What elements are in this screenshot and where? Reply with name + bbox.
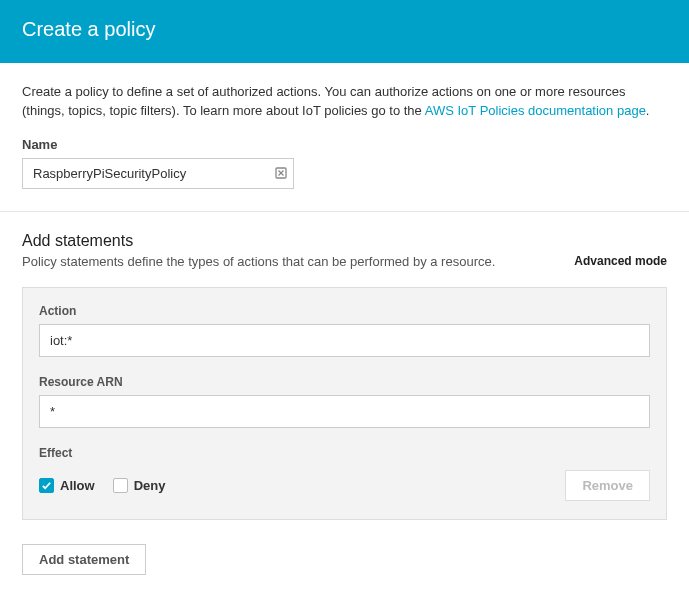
docs-link[interactable]: AWS IoT Policies documentation page: [425, 103, 646, 118]
intro-text: Create a policy to define a set of autho…: [22, 83, 667, 121]
intro-after: .: [646, 103, 650, 118]
statements-heading: Add statements: [22, 232, 133, 250]
checkbox-icon: [39, 478, 54, 493]
checkbox-icon: [113, 478, 128, 493]
add-statement-button[interactable]: Add statement: [22, 544, 146, 575]
section-head: Add statements: [22, 232, 667, 250]
action-input[interactable]: [39, 324, 650, 357]
effect-label: Effect: [39, 446, 650, 460]
deny-checkbox[interactable]: Deny: [113, 478, 166, 493]
allow-label: Allow: [60, 478, 95, 493]
advanced-mode-link[interactable]: Advanced mode: [574, 254, 667, 268]
name-input[interactable]: [22, 158, 294, 189]
effect-row: Allow Deny Remove: [39, 470, 650, 501]
statements-section: Add statements Policy statements define …: [22, 212, 667, 575]
resource-label: Resource ARN: [39, 375, 650, 389]
allow-checkbox[interactable]: Allow: [39, 478, 95, 493]
name-label: Name: [22, 137, 667, 152]
main-content: Create a policy to define a set of autho…: [0, 63, 689, 585]
clear-icon[interactable]: [275, 167, 287, 179]
action-label: Action: [39, 304, 650, 318]
deny-label: Deny: [134, 478, 166, 493]
statement-box: Action Resource ARN Effect Allow: [22, 287, 667, 520]
effect-block: Effect Allow Deny: [39, 446, 650, 501]
name-input-wrap: [22, 158, 294, 189]
statements-description: Policy statements define the types of ac…: [22, 254, 495, 269]
effect-checks: Allow Deny: [39, 478, 165, 493]
remove-button[interactable]: Remove: [565, 470, 650, 501]
resource-input[interactable]: [39, 395, 650, 428]
page-header: Create a policy: [0, 0, 689, 63]
page-title: Create a policy: [22, 18, 667, 41]
